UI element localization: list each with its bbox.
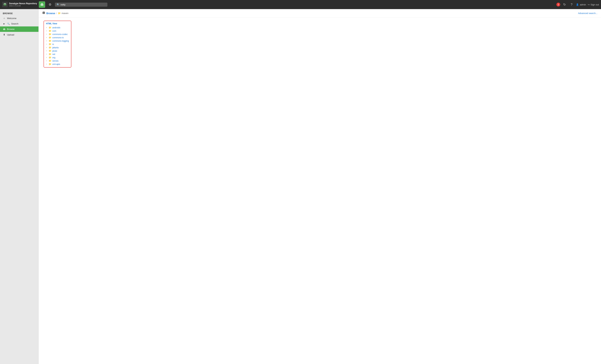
tree-item-name: org [52, 56, 55, 59]
svg-rect-3 [40, 4, 43, 5]
expand-icon: + [46, 47, 48, 49]
html-view-label: HTML View [46, 22, 69, 25]
sidebar-welcome-label: Welcome [7, 17, 16, 20]
folder-icon: 📁 [49, 40, 51, 42]
tree-item-name: commons-io [52, 36, 64, 39]
search-icon: 🔍 [7, 23, 10, 25]
folder-icon: 📁 [58, 12, 61, 15]
search-input[interactable] [60, 3, 106, 6]
tree-item-name: xerces [52, 60, 59, 62]
tree-item[interactable]: + 📁 org [46, 56, 69, 59]
expand-icon: + [46, 57, 48, 59]
expand-icon: + [46, 43, 48, 45]
signout-icon: ↪ [588, 3, 590, 6]
svg-rect-5 [3, 29, 5, 30]
folder-icon: 📁 [49, 46, 51, 49]
breadcrumb: Browse / 📁 maven [42, 11, 68, 15]
sidebar-item-upload[interactable]: ⬆ Upload [0, 32, 39, 38]
breadcrumb-separator: / [56, 12, 57, 15]
svg-rect-4 [3, 30, 5, 30]
username-label: admin [580, 3, 586, 6]
tree-item-name: com [52, 30, 56, 32]
expand-icon: + [46, 50, 48, 52]
content-area: Browse / 📁 maven Advanced search... HTML… [39, 9, 601, 364]
tree-item[interactable]: + 📁 io [46, 42, 69, 46]
signout-button[interactable]: ↪ Sign out [588, 3, 599, 6]
file-tree: + 📁 androidx + 📁 com + 📁 commons-codec +… [46, 26, 69, 66]
search-box: 🔍 [55, 3, 107, 7]
user-section[interactable]: 👤 admin [576, 3, 586, 6]
content-body: HTML View + 📁 androidx + 📁 com + 📁 commo… [39, 18, 601, 364]
tree-item[interactable]: + 📁 jakarta [46, 46, 69, 49]
browse-nav-button[interactable] [39, 1, 45, 8]
expand-icon: + [46, 53, 48, 55]
app-name: Sonatype Nexus Repository [9, 2, 37, 5]
tree-item[interactable]: + 📁 xml-apis [46, 62, 69, 66]
tree-item[interactable]: + 📁 javax [46, 49, 69, 52]
folder-icon: 📁 [49, 63, 51, 65]
breadcrumb-current: 📁 maven [58, 12, 68, 15]
help-button[interactable]: ? [569, 2, 574, 7]
sidebar-item-browse[interactable]: Browse [0, 26, 39, 32]
gear-icon: ⚙ [49, 3, 51, 7]
main-layout: Browse ○ Welcome ▶ 🔍 Search Browse ⬆ Upl… [0, 9, 601, 364]
tree-item-name: xml-apis [52, 63, 60, 65]
expand-icon: + [46, 60, 48, 62]
folder-icon: 📁 [49, 56, 51, 59]
brand: Sonatype Nexus Repository OSS 3.72.0-04 [2, 2, 37, 7]
folder-icon: 📁 [49, 60, 51, 62]
app-version: OSS 3.72.0-04 [9, 5, 37, 7]
expand-icon: + [46, 33, 48, 35]
app-logo [2, 2, 8, 7]
folder-icon: 📁 [49, 50, 51, 52]
expand-icon: + [46, 27, 48, 29]
tree-item-name: net [52, 53, 55, 55]
upload-icon: ⬆ [3, 33, 6, 36]
signout-label: Sign out [591, 3, 599, 6]
tree-item-name: commons-codec [52, 33, 68, 36]
tree-item[interactable]: + 📁 commons-logging [46, 39, 69, 42]
expand-icon: + [46, 40, 48, 42]
breadcrumb-home-label: Browse [46, 12, 55, 15]
breadcrumb-home[interactable]: Browse [42, 11, 55, 15]
circle-icon: ○ [3, 17, 6, 20]
expand-icon: + [46, 37, 48, 39]
brand-text: Sonatype Nexus Repository OSS 3.72.0-04 [9, 2, 37, 7]
folder-icon: 📁 [49, 36, 51, 39]
tree-item[interactable]: + 📁 xerces [46, 59, 69, 62]
tree-item[interactable]: + 📁 commons-codec [46, 32, 69, 36]
tree-item[interactable]: + 📁 com [46, 29, 69, 32]
advanced-search-button[interactable]: Advanced search... [578, 12, 598, 15]
refresh-button[interactable]: ↻ [562, 2, 567, 7]
tree-item[interactable]: + 📁 net [46, 52, 69, 56]
navbar-right: 1 ↻ ? 👤 admin ↪ Sign out [556, 2, 599, 7]
svg-rect-2 [40, 5, 43, 6]
sidebar-browse-label: Browse [7, 28, 15, 30]
database-icon [42, 11, 45, 15]
sidebar-search-label: Search [11, 22, 18, 25]
folder-icon: 📁 [49, 43, 51, 45]
html-view-panel: HTML View + 📁 androidx + 📁 com + 📁 commo… [44, 21, 71, 68]
tree-item-name: jakarta [52, 46, 59, 49]
folder-icon: 📁 [49, 26, 51, 29]
folder-icon: 📁 [49, 53, 51, 55]
tree-item-name: javax [52, 50, 57, 52]
sidebar-item-search[interactable]: ▶ 🔍 Search [0, 21, 39, 26]
sidebar-upload-label: Upload [7, 33, 14, 36]
user-icon: 👤 [576, 3, 579, 6]
tree-item[interactable]: + 📁 commons-io [46, 36, 69, 39]
expand-icon: + [46, 30, 48, 32]
svg-point-6 [42, 12, 45, 13]
browse-icon [3, 28, 6, 30]
svg-rect-0 [3, 5, 6, 5]
tree-item[interactable]: + 📁 androidx [46, 26, 69, 29]
settings-nav-button[interactable]: ⚙ [47, 1, 53, 8]
navbar: Sonatype Nexus Repository OSS 3.72.0-04 … [0, 0, 601, 9]
tree-item-name: androidx [52, 26, 60, 29]
sidebar-item-welcome[interactable]: ○ Welcome [0, 15, 39, 21]
expand-icon: + [46, 63, 48, 65]
sidebar: Browse ○ Welcome ▶ 🔍 Search Browse ⬆ Upl… [0, 9, 39, 364]
alert-badge[interactable]: 1 [556, 3, 560, 7]
chevron-right-icon: ▶ [3, 23, 6, 25]
search-icon: 🔍 [57, 3, 60, 6]
